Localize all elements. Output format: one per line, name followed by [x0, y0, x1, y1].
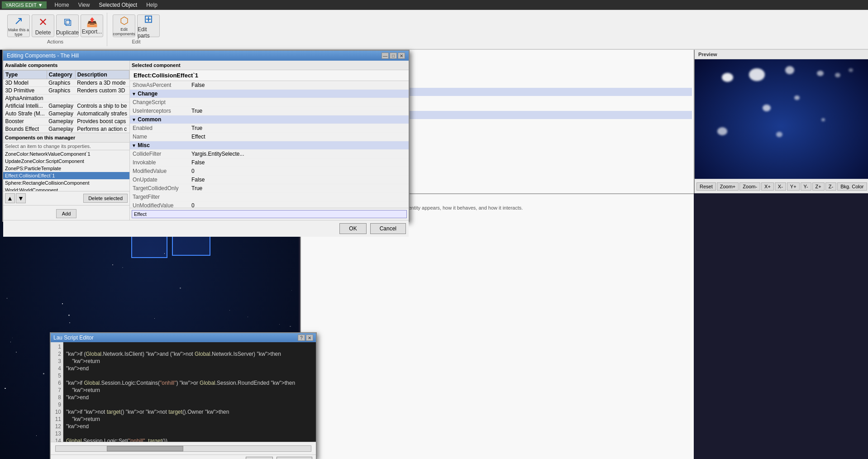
make-type-button[interactable]: ↗ Make this a type	[7, 14, 30, 37]
toolbar-actions-buttons: ↗ Make this a type ✕ Delete ⧉ Duplicate …	[7, 14, 103, 37]
arrow-down-button[interactable]: ▼	[16, 193, 26, 203]
edit-components-button[interactable]: ⬡ Edit components	[113, 14, 135, 37]
menu-view[interactable]: View	[74, 1, 95, 9]
script-footer	[51, 442, 316, 454]
star	[290, 326, 291, 327]
info-value: The Hill	[366, 52, 692, 58]
props-section-header[interactable]: ▼ Misc	[130, 141, 409, 150]
component-row[interactable]: 3D Model Graphics Renders a 3D mode	[4, 79, 129, 87]
manager-list-item[interactable]: UpdateZoneColor:ScriptComponent	[3, 158, 129, 165]
dialog-maximize-button[interactable]: □	[390, 53, 397, 59]
export-button[interactable]: 📤 Export...	[81, 14, 103, 37]
delete-selected-button[interactable]: Delete selected	[83, 194, 128, 203]
props-row: ShowAsPercent False	[130, 81, 409, 90]
info-value: 0	[366, 74, 692, 80]
effect-input[interactable]	[132, 210, 407, 218]
bkg-color-button[interactable]: Bkg. Color	[837, 182, 867, 191]
script-body: 12345678910111213141516 "kw">if (Global.…	[51, 342, 316, 442]
edit-components-icon: ⬡	[120, 15, 129, 27]
reset-button[interactable]: Reset	[696, 182, 716, 191]
dialog-close-button[interactable]: ✕	[398, 53, 405, 59]
add-component-button[interactable]: Add	[56, 209, 77, 218]
manager-list-item[interactable]: ZonePS:ParticleTemplate	[3, 165, 129, 172]
info-value: The Hill	[366, 120, 692, 126]
props-row: TargetCollidedOnly True	[130, 184, 409, 193]
z-plus-button[interactable]: Z+	[812, 182, 825, 191]
component-row[interactable]: AlphaAnimation	[4, 95, 129, 102]
dialog-ok-button[interactable]: OK	[339, 223, 366, 234]
prop-label: CollideFilter	[130, 150, 189, 158]
props-row: Enabled True	[130, 124, 409, 133]
col-type: Type	[4, 71, 47, 79]
delete-icon: ✕	[38, 16, 48, 29]
zoom-out-button[interactable]: Zoom-	[739, 182, 760, 191]
props-section-header[interactable]: ▼ Change	[130, 90, 409, 98]
toolbar-actions-group: ↗ Make this a type ✕ Delete ⧉ Duplicate …	[4, 13, 107, 46]
arrow-up-button[interactable]: ▲	[5, 193, 15, 203]
script-cancel-button[interactable]: Cancel	[277, 457, 312, 459]
star	[12, 338, 13, 339]
y-plus-button[interactable]: Y+	[787, 182, 800, 191]
script-ok-cancel: OK Cancel	[51, 454, 316, 459]
dialog-title-bar: Editing Components - The Hill — □ ✕	[3, 51, 409, 61]
dialog-cancel-button[interactable]: Cancel	[370, 223, 406, 234]
code-area[interactable]: "kw">if (Global.Network.IsClient) "kw">a…	[63, 342, 316, 442]
props-row: OnUpdate False	[130, 176, 409, 184]
component-row[interactable]: Booster Gameplay Provides boost caps	[4, 118, 129, 125]
comp-category: Graphics	[47, 87, 75, 95]
star	[36, 435, 37, 436]
make-type-icon: ↗	[14, 14, 23, 27]
component-row[interactable]: Bounds Effect Gameplay Performs an actio…	[4, 125, 129, 133]
selected-component-panel: Selected component Effect:CollisionEffec…	[130, 61, 409, 220]
add-section: Add	[3, 205, 129, 220]
x-plus-button[interactable]: X+	[761, 182, 774, 191]
star	[112, 264, 114, 266]
available-components-panel: Available components Type Category Descr…	[3, 61, 130, 220]
prop-label: OnUpdate	[130, 176, 189, 184]
y-minus-button[interactable]: Y-	[801, 182, 811, 191]
app-title[interactable]: YARGIS EDIT ▼	[2, 1, 47, 9]
scroll-thumb[interactable]	[107, 446, 183, 451]
properties-table: ShowAsPercent False ▼ Change ChangeScrip…	[130, 81, 409, 208]
workspace: Editing Components - The Hill — □ ✕ Avai…	[0, 50, 868, 459]
script-editor-help-button[interactable]: ?	[298, 335, 305, 341]
star	[248, 316, 248, 317]
star	[279, 324, 280, 325]
menu-help[interactable]: Help	[142, 1, 162, 9]
comp-type: Artificial Intelli...	[4, 102, 47, 110]
prop-label: Invokable	[130, 158, 189, 167]
prop-label: Name	[130, 133, 189, 141]
x-minus-button[interactable]: X-	[775, 182, 786, 191]
delete-button[interactable]: ✕ Delete	[32, 14, 54, 37]
scroll-track[interactable]	[55, 445, 311, 452]
script-editor-close-button[interactable]: ✕	[306, 335, 313, 341]
component-row[interactable]: Artificial Intelli... Gameplay Controls …	[4, 102, 129, 110]
edit-parts-button[interactable]: ⊞ Edit parts	[137, 14, 160, 37]
dialog-title-buttons: — □ ✕	[382, 53, 405, 59]
prop-label: ShowAsPercent	[130, 81, 189, 90]
props-row: Invokable False	[130, 158, 409, 167]
dialog-minimize-button[interactable]: —	[382, 53, 389, 59]
props-row: CollideFilter Yargis.EntitySelecte...	[130, 150, 409, 158]
script-ok-button[interactable]: OK	[246, 457, 272, 459]
component-row[interactable]: 3D Primitive Graphics Renders custom 3D	[4, 87, 129, 95]
delete-label: Delete	[35, 29, 51, 36]
line-numbers: 12345678910111213141516	[51, 342, 63, 442]
comp-type: AlphaAnimation	[4, 95, 47, 102]
toolbar-edit-buttons: ⬡ Edit components ⊞ Edit parts	[113, 14, 160, 37]
menu-home[interactable]: Home	[50, 1, 74, 9]
manager-list-item[interactable]: Sphere:RectangleCollisionComponent	[3, 179, 129, 186]
manager-list-item[interactable]: ZoneColor:NetworkValueComponent`1	[3, 150, 129, 158]
manager-list-item[interactable]: World:WorldComponent	[3, 186, 129, 191]
prop-value	[189, 193, 409, 201]
manager-list-item[interactable]: Effect:CollisionEffect`1	[3, 172, 129, 179]
menu-selected-object[interactable]: Selected Object	[94, 1, 142, 9]
component-row[interactable]: Auto Strafe (M... Gameplay Automatically…	[4, 110, 129, 118]
star	[62, 303, 63, 304]
props-row: ChangeScript	[130, 98, 409, 107]
script-editor-dialog: Lau Script Editor ? ✕ 123456789101112131…	[50, 332, 317, 459]
z-minus-button[interactable]: Z-	[825, 182, 836, 191]
duplicate-button[interactable]: ⧉ Duplicate	[56, 14, 79, 37]
zoom-in-button[interactable]: Zoom+	[717, 182, 739, 191]
props-section-header[interactable]: ▼ Common	[130, 115, 409, 124]
